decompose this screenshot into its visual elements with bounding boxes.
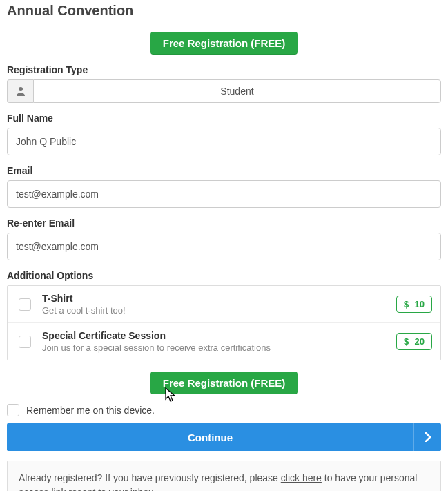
option-desc: Join us for a special session to receive…	[42, 343, 388, 353]
additional-options-label: Additional Options	[7, 270, 441, 281]
option-checkbox[interactable]	[19, 336, 31, 348]
additional-options-list: T-Shirt Get a cool t-shirt too! $ 10 Spe…	[7, 285, 441, 360]
reenter-email-input[interactable]	[7, 233, 441, 260]
currency-symbol: $	[404, 336, 409, 347]
registration-type-label: Registration Type	[7, 64, 441, 75]
full-name-input[interactable]	[7, 128, 441, 155]
price-value: 20	[415, 336, 425, 347]
option-row: T-Shirt Get a cool t-shirt too! $ 10	[8, 286, 440, 322]
click-here-link[interactable]: click here	[281, 472, 322, 483]
option-row: Special Certificate Session Join us for …	[8, 322, 440, 360]
divider	[7, 23, 441, 23]
already-registered-info: Already registered? If you have previous…	[7, 461, 441, 491]
person-icon	[7, 79, 33, 103]
free-registration-badge-top: Free Registration (FREE)	[150, 32, 298, 55]
email-label: Email	[7, 165, 441, 176]
svg-point-0	[19, 87, 23, 91]
continue-button[interactable]: Continue	[7, 423, 413, 451]
option-price: $ 20	[396, 333, 432, 350]
full-name-label: Full Name	[7, 113, 441, 124]
page-title: Annual Convention	[7, 3, 441, 23]
option-desc: Get a cool t-shirt too!	[42, 305, 388, 316]
registration-type-value[interactable]: Student	[33, 79, 441, 103]
remember-checkbox[interactable]	[7, 404, 19, 416]
option-title: T-Shirt	[42, 293, 388, 304]
option-title: Special Certificate Session	[42, 330, 388, 341]
info-prefix: Already registered? If you have previous…	[19, 472, 281, 483]
currency-symbol: $	[404, 299, 409, 309]
chevron-right-icon	[425, 432, 431, 442]
free-registration-badge-bottom: Free Registration (FREE)	[150, 372, 298, 394]
option-checkbox[interactable]	[19, 298, 31, 311]
option-price: $ 10	[396, 296, 432, 313]
email-input[interactable]	[7, 180, 441, 208]
continue-arrow-button[interactable]	[413, 423, 441, 451]
reenter-email-label: Re-enter Email	[7, 218, 441, 229]
remember-label: Remember me on this device.	[26, 405, 155, 416]
price-value: 10	[415, 299, 425, 309]
